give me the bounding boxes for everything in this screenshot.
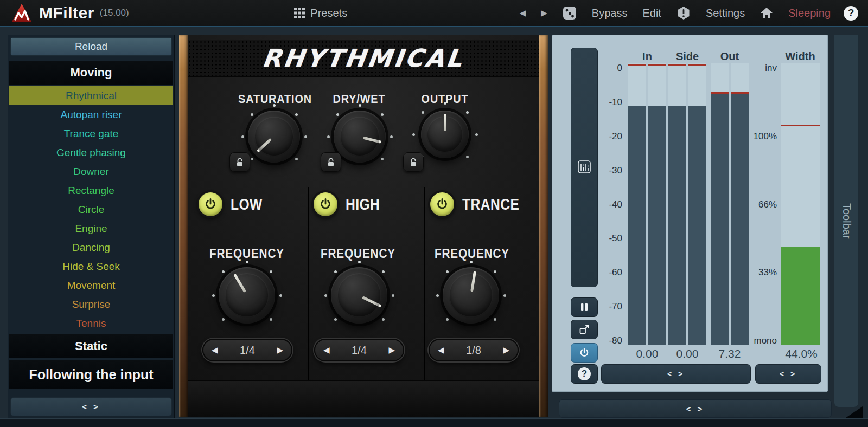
preset-item[interactable]: Surprise <box>9 295 173 314</box>
trance-rate-value: 1/8 <box>466 344 481 357</box>
help-button[interactable]: ? <box>838 6 868 21</box>
meter-group-label: Side <box>668 50 706 63</box>
preset-item[interactable]: Trance gate <box>9 124 173 143</box>
low-rate-stepper[interactable]: ◀ 1/4 ▶ <box>202 339 292 361</box>
preset-item[interactable]: Gentle phasing <box>9 143 173 162</box>
low-frequency-knob[interactable] <box>219 267 275 324</box>
preset-item[interactable]: Dancing <box>9 238 173 257</box>
preset-list: MovingRhythmicalAutopan riserTrance gate… <box>9 59 173 391</box>
preset-item[interactable]: Downer <box>9 162 173 181</box>
saturation-knob[interactable] <box>248 111 300 163</box>
level-meter-bar[interactable] <box>628 63 646 345</box>
meter-value: 7.32 <box>711 347 749 360</box>
edit-button[interactable]: Edit <box>635 7 668 20</box>
high-band-power-button[interactable] <box>314 192 337 216</box>
preset-item[interactable]: Movement <box>9 276 173 295</box>
preset-item[interactable]: Circle <box>9 200 173 219</box>
presets-button[interactable]: Presets <box>286 7 355 20</box>
meter-value: 0.00 <box>628 347 666 360</box>
saturation-lock-button[interactable] <box>229 152 250 172</box>
mfilter-window: MFilter (15.00) Presets ◀ ▶ Bypass Edit <box>0 0 868 427</box>
width-meter-resize-handle[interactable]: < > <box>755 364 821 384</box>
level-meter-bar[interactable] <box>688 63 706 345</box>
stepper-next-icon[interactable]: ▶ <box>388 345 395 355</box>
db-tick: -50 <box>584 233 622 244</box>
stepper-prev-icon[interactable]: ◀ <box>212 345 218 355</box>
band-divider <box>308 187 309 380</box>
db-tick: -30 <box>584 165 622 176</box>
low-band-label: LOW <box>231 196 263 214</box>
low-rate-value: 1/4 <box>240 344 255 357</box>
wood-rail-right <box>539 35 548 417</box>
trance-rate-stepper[interactable]: ◀ 1/8 ▶ <box>429 339 519 361</box>
trance-band-power-button[interactable] <box>430 192 454 216</box>
db-tick: -10 <box>584 97 622 108</box>
trance-band-label: TRANCE <box>462 196 519 214</box>
drywet-label: DRY/WET <box>320 92 398 106</box>
sleeping-status[interactable]: Sleeping <box>781 7 838 20</box>
db-tick: -40 <box>584 199 622 210</box>
stepper-next-icon[interactable]: ▶ <box>277 345 283 355</box>
meter-group-label: Out <box>711 50 749 63</box>
output-lock-button[interactable] <box>403 152 424 172</box>
warning-hexagon-icon[interactable] <box>669 6 698 20</box>
output-knob[interactable] <box>421 111 469 158</box>
settings-button[interactable]: Settings <box>698 7 752 20</box>
knob-ticks <box>358 294 361 297</box>
preset-item[interactable]: Rectangle <box>9 181 173 200</box>
top-toolbar: MFilter (15.00) Presets ◀ ▶ Bypass Edit <box>0 0 868 27</box>
preset-item[interactable]: Engine <box>9 219 173 238</box>
drywet-lock-button[interactable] <box>321 152 341 172</box>
preset-item[interactable]: Autopan riser <box>9 105 173 124</box>
high-rate-stepper[interactable]: ◀ 1/4 ▶ <box>314 339 404 361</box>
presets-label: Presets <box>310 7 347 20</box>
level-meter-bar[interactable] <box>711 63 729 345</box>
high-frequency-knob[interactable] <box>331 267 387 324</box>
knob-ticks <box>470 294 473 297</box>
melda-logo-icon[interactable] <box>11 3 33 23</box>
bottom-resize-handle[interactable]: < > <box>559 399 832 418</box>
knob-ticks <box>273 135 276 138</box>
next-preset-button[interactable]: ▶ <box>533 8 555 18</box>
toolbar-tab[interactable]: Toolbar <box>834 35 859 407</box>
reload-button[interactable]: Reload <box>10 37 172 56</box>
plugin-edit-panel: RHYTHMICAL SATURATION DRY/WET OUTPUT <box>179 35 548 417</box>
band-divider <box>424 187 425 380</box>
preset-group-header[interactable]: Static <box>9 334 173 358</box>
level-meter-bar[interactable] <box>648 63 666 345</box>
width-meter-bar[interactable] <box>781 63 820 345</box>
level-meter-bar[interactable] <box>731 63 749 345</box>
app-title: MFilter <box>39 4 94 22</box>
preset-browser: Reload MovingRhythmicalAutopan riserTran… <box>8 35 175 418</box>
wood-rail-left <box>179 35 188 417</box>
home-icon[interactable] <box>752 7 781 19</box>
knob-ticks <box>246 294 248 297</box>
preset-group-header[interactable]: Moving <box>9 61 173 85</box>
low-band-power-button[interactable] <box>199 192 222 216</box>
preset-group-header[interactable]: Following the input <box>9 360 173 389</box>
meter-help-button[interactable]: ? <box>571 364 598 384</box>
db-tick: -20 <box>584 131 622 142</box>
stepper-next-icon[interactable]: ▶ <box>503 345 509 355</box>
bypass-button[interactable]: Bypass <box>584 7 635 20</box>
meter-value: 0.00 <box>668 347 706 360</box>
meter-resize-handle[interactable]: < > <box>601 364 751 384</box>
trance-frequency-knob[interactable] <box>443 267 499 324</box>
previous-preset-button[interactable]: ◀ <box>512 8 534 18</box>
preset-title: RHYTHMICAL <box>261 44 466 73</box>
stepper-prev-icon[interactable]: ◀ <box>323 345 330 355</box>
preset-item[interactable]: Tennis <box>9 314 173 333</box>
grid-icon <box>293 7 305 19</box>
preset-item[interactable]: Hide & Seek <box>9 257 173 276</box>
stepper-prev-icon[interactable]: ◀ <box>438 345 444 355</box>
window-resize-grip[interactable] <box>844 406 863 419</box>
preset-item[interactable]: Rhythmical <box>9 86 173 105</box>
low-frequency-label: FREQUENCY <box>208 247 286 261</box>
preset-browser-resize-handle[interactable]: < > <box>10 397 172 416</box>
drywet-knob[interactable] <box>334 111 386 163</box>
window-bottom-edge <box>0 418 868 427</box>
level-meter-bar[interactable] <box>668 63 686 345</box>
db-tick: -80 <box>584 335 622 346</box>
high-frequency-label: FREQUENCY <box>319 247 397 261</box>
random-preset-dice-button[interactable] <box>555 6 584 20</box>
